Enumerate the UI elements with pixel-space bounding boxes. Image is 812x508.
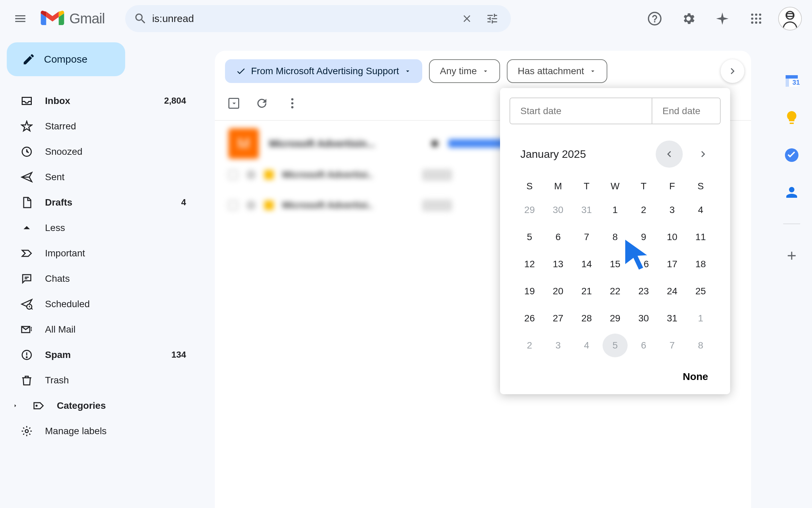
start-date-input[interactable] [510,98,652,124]
more-button[interactable] [286,97,299,110]
calendar-day[interactable]: 30 [631,306,656,330]
end-date-input[interactable] [652,98,721,124]
refresh-button[interactable] [255,97,269,110]
search-input[interactable] [152,13,452,24]
mail-checkbox[interactable] [228,170,238,179]
sidebar-item-allmail[interactable]: All Mail [7,317,196,342]
calendar-day[interactable]: 17 [659,252,684,276]
calendar-day[interactable]: 5 [603,334,628,357]
calendar-day[interactable]: 5 [517,225,542,249]
calendar-day[interactable]: 15 [603,252,628,276]
spam-icon [20,348,33,361]
gmail-logo-area[interactable]: Gmail [41,10,105,28]
sidebar-item-scheduled[interactable]: Scheduled [7,291,196,317]
support-button[interactable] [643,7,667,30]
calendar-day[interactable]: 24 [659,279,684,303]
nav-count: 2,804 [164,96,186,106]
main-menu-button[interactable] [7,5,34,32]
calendar-day[interactable]: 23 [631,279,656,303]
sidebar: Compose Inbox2,804StarredSnoozedSentDraf… [0,37,169,444]
drafts-icon [20,196,33,209]
sidebar-item-important[interactable]: Important [7,240,196,266]
calendar-day[interactable]: 8 [688,334,713,357]
nav-label: Scheduled [45,299,186,310]
select-dropdown-icon[interactable] [230,99,238,107]
calendar-none-button[interactable]: None [500,364,730,387]
calendar-day[interactable]: 27 [545,306,570,330]
calendar-day[interactable]: 3 [545,334,570,357]
search-clear-button[interactable] [457,8,477,29]
calendar-day[interactable]: 1 [603,198,628,222]
nav-label: Snoozed [45,146,186,157]
calendar-day[interactable]: 4 [688,198,713,222]
sidebar-item-snoozed[interactable]: Snoozed [7,139,196,164]
sidebar-item-inbox[interactable]: Inbox2,804 [7,88,196,113]
search-bar[interactable] [125,5,511,32]
calendar-day[interactable]: 7 [659,334,684,357]
compose-button[interactable]: Compose [7,42,125,76]
nav-label: Important [45,248,186,259]
calendar-day[interactable]: 9 [631,225,656,249]
sidebar-item-drafts[interactable]: Drafts4 [7,190,196,215]
calendar-day[interactable]: 14 [574,252,599,276]
keep-app-icon[interactable] [783,108,801,127]
sidebar-item-chats[interactable]: Chats [7,266,196,291]
calendar-day[interactable]: 26 [517,306,542,330]
tasks-app-icon[interactable] [783,146,801,164]
calendar-day[interactable]: 2 [631,198,656,222]
calendar-day[interactable]: 8 [603,225,628,249]
svg-rect-23 [786,75,789,87]
app-header: Gmail [0,0,812,37]
calendar-app-icon[interactable]: 31 [783,71,801,90]
calendar-day[interactable]: 11 [688,225,713,249]
calendar-day[interactable]: 25 [688,279,713,303]
mail-checkbox[interactable] [228,200,238,210]
calendar-day[interactable]: 3 [659,198,684,222]
calendar-day[interactable]: 13 [545,252,570,276]
star-icon[interactable] [264,170,274,179]
sidebar-item-spam[interactable]: Spam134 [7,342,196,367]
filter-scroll-next[interactable] [721,59,744,83]
calendar-day[interactable]: 22 [603,279,628,303]
calendar-day[interactable]: 29 [603,306,628,330]
sidebar-item-less[interactable]: Less [7,215,196,240]
filter-from-chip[interactable]: From Microsoft Advertising Support [225,59,422,83]
calendar-day[interactable]: 7 [574,225,599,249]
filter-anytime-chip[interactable]: Any time [429,59,500,83]
sidebar-item-trash[interactable]: Trash [7,367,196,393]
contacts-app-icon[interactable] [783,183,801,202]
calendar-day[interactable]: 20 [545,279,570,303]
gemini-button[interactable] [710,7,734,30]
settings-button[interactable] [677,7,700,30]
calendar-prev-button[interactable] [656,141,683,168]
calendar-day[interactable]: 28 [574,306,599,330]
filter-attachment-chip[interactable]: Has attachment [507,59,607,83]
apps-button[interactable] [744,7,768,30]
calendar-day[interactable]: 29 [517,198,542,222]
calendar-day[interactable]: 30 [545,198,570,222]
sidebar-item-categories[interactable]: Categories [7,393,196,418]
sidebar-item-sent[interactable]: Sent [7,164,196,190]
calendar-day[interactable]: 18 [688,252,713,276]
calendar-day[interactable]: 16 [631,252,656,276]
search-options-button[interactable] [482,8,502,29]
contacts-icon [784,184,800,200]
sidebar-item-managelabels[interactable]: Manage labels [7,418,196,444]
calendar-next-button[interactable] [690,141,717,168]
calendar-day[interactable]: 6 [631,334,656,357]
sidebar-item-starred[interactable]: Starred [7,113,196,139]
calendar-day[interactable]: 21 [574,279,599,303]
calendar-day[interactable]: 4 [574,334,599,357]
star-icon[interactable] [264,200,274,210]
calendar-day[interactable]: 2 [517,334,542,357]
side-panel: 31 [771,51,812,265]
calendar-day[interactable]: 12 [517,252,542,276]
calendar-day[interactable]: 31 [574,198,599,222]
add-app-button[interactable] [783,246,801,265]
calendar-day[interactable]: 31 [659,306,684,330]
calendar-day[interactable]: 10 [659,225,684,249]
calendar-day[interactable]: 6 [545,225,570,249]
calendar-day[interactable]: 19 [517,279,542,303]
account-avatar[interactable] [778,7,802,30]
calendar-day[interactable]: 1 [688,306,713,330]
